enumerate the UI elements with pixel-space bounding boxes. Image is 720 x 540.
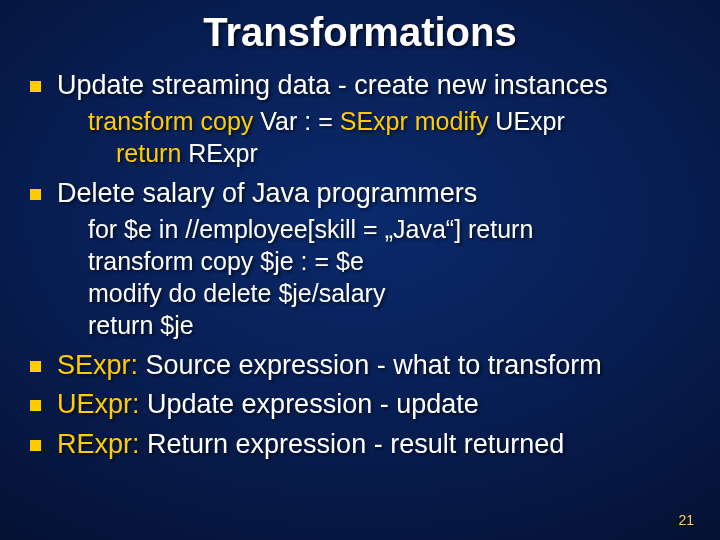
bullet-item: SExpr: Source expression - what to trans…	[30, 349, 700, 383]
slide-title: Transformations	[0, 0, 720, 55]
sub-line: return RExpr	[30, 137, 700, 169]
bullet-text: Update streaming data - create new insta…	[57, 69, 608, 103]
sub-line: for $e in //employee[skill = „Java“] ret…	[30, 213, 700, 245]
bullet-group: Update streaming data - create new insta…	[30, 69, 700, 169]
bullet-text: RExpr: Return expression - result return…	[57, 428, 564, 462]
slide: Transformations Update streaming data - …	[0, 0, 720, 540]
bullet-item: Delete salary of Java programmers	[30, 177, 700, 211]
sub-line: transform copy $je : = $e	[30, 245, 700, 277]
bullet-group: RExpr: Return expression - result return…	[30, 428, 700, 462]
bullet-group: SExpr: Source expression - what to trans…	[30, 349, 700, 383]
slide-body: Update streaming data - create new insta…	[0, 69, 720, 462]
bullet-item: Update streaming data - create new insta…	[30, 69, 700, 103]
bullet-item: RExpr: Return expression - result return…	[30, 428, 700, 462]
bullet-icon	[30, 81, 41, 92]
bullet-icon	[30, 361, 41, 372]
sub-line: transform copy Var : = SExpr modify UExp…	[30, 105, 700, 137]
sub-line: return $je	[30, 309, 700, 341]
bullet-group: Delete salary of Java programmersfor $e …	[30, 177, 700, 341]
bullet-icon	[30, 189, 41, 200]
bullet-item: UExpr: Update expression - update	[30, 388, 700, 422]
bullet-icon	[30, 440, 41, 451]
bullet-text: SExpr: Source expression - what to trans…	[57, 349, 602, 383]
sub-line: modify do delete $je/salary	[30, 277, 700, 309]
bullet-group: UExpr: Update expression - update	[30, 388, 700, 422]
bullet-text: Delete salary of Java programmers	[57, 177, 477, 211]
page-number: 21	[678, 512, 694, 528]
bullet-icon	[30, 400, 41, 411]
bullet-text: UExpr: Update expression - update	[57, 388, 479, 422]
